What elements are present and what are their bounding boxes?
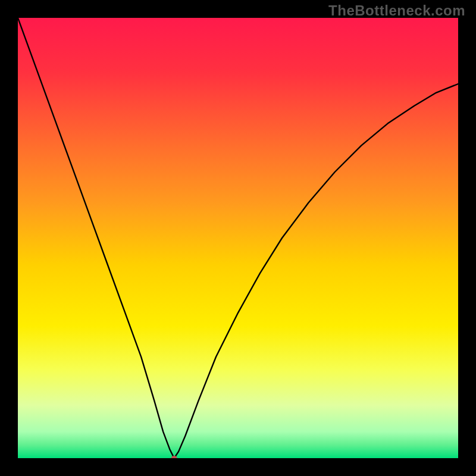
watermark-text: TheBottleneck.com	[328, 2, 465, 19]
chart-svg	[18, 18, 458, 458]
chart-frame: TheBottleneck.com	[0, 0, 476, 476]
gradient-background	[18, 18, 458, 458]
plot-area	[18, 18, 458, 458]
